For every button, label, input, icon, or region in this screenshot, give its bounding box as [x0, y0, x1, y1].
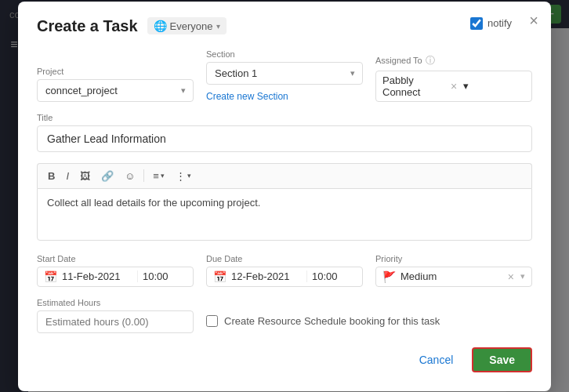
priority-selector[interactable]: 🚩 Medium × ▾ [375, 267, 532, 287]
description-textarea[interactable]: Collect all lead details for the upcomin… [37, 188, 532, 241]
italic-button[interactable]: I [62, 169, 73, 183]
rich-editor: B I 🖼 🔗 ☺ ≡ ▾ ⋮ ▾ Collect all lead detai… [37, 163, 532, 243]
due-date-input[interactable]: 📅 [206, 267, 363, 287]
title-input[interactable] [37, 125, 532, 152]
due-date-group: Due Date 📅 [206, 254, 363, 287]
ordered-list-icon: ≡ [153, 170, 159, 182]
estimated-hours-input[interactable] [37, 310, 194, 333]
form-row-project: Project conncet_project Section Section … [37, 49, 532, 102]
info-icon: ⓘ [426, 54, 435, 67]
priority-group: Priority 🚩 Medium × ▾ [375, 254, 532, 287]
title-label: Title [37, 113, 532, 122]
due-date-label: Due Date [206, 254, 363, 263]
close-button[interactable]: × [529, 13, 538, 28]
unordered-list-chevron-icon: ▾ [187, 172, 191, 180]
resource-schedule-label: Create Resource Schedule booking for thi… [224, 315, 440, 327]
title-group: Title [37, 113, 532, 152]
section-select[interactable]: Section 1 [206, 62, 363, 85]
assigned-to-group: Assigned To ⓘ Pabbly Connect × ▾ [375, 54, 532, 102]
save-button[interactable]: Save [472, 347, 532, 372]
priority-flag-icon: 🚩 [382, 270, 396, 283]
start-date-label: Start Date [37, 254, 194, 263]
section-select-wrapper: Section 1 [206, 62, 363, 85]
create-section-link[interactable]: Create new Section [206, 91, 363, 102]
modal-footer: Cancel Save [37, 347, 532, 372]
unordered-list-button[interactable]: ⋮ ▾ [172, 169, 195, 183]
form-row-est: Estimated Hours Create Resource Schedule… [37, 298, 532, 333]
ordered-list-button[interactable]: ≡ ▾ [149, 169, 169, 183]
priority-value: Medium [400, 270, 502, 282]
estimated-hours-group: Estimated Hours [37, 298, 194, 333]
start-date-value[interactable] [62, 270, 132, 282]
calendar-icon-due: 📅 [213, 270, 227, 283]
priority-clear-button[interactable]: × [506, 270, 516, 283]
project-label: Project [37, 67, 194, 76]
modal-header: Create a Task 🌐 Everyone ▾ [37, 17, 532, 35]
start-time-value[interactable] [137, 270, 176, 282]
cancel-button[interactable]: Cancel [410, 349, 463, 371]
due-time-value[interactable] [306, 270, 346, 282]
assigned-to-clear-button[interactable]: × [449, 80, 458, 93]
project-group: Project conncet_project [37, 67, 194, 102]
toolbar-divider-1 [143, 169, 144, 182]
due-date-value[interactable] [231, 270, 302, 282]
bold-button[interactable]: B [44, 169, 59, 183]
ordered-list-chevron-icon: ▾ [161, 172, 165, 180]
rich-toolbar: B I 🖼 🔗 ☺ ≡ ▾ ⋮ ▾ [37, 163, 532, 188]
emoji-button[interactable]: ☺ [121, 169, 139, 183]
chevron-down-icon: ▾ [216, 22, 220, 31]
priority-label: Priority [375, 254, 532, 263]
assigned-to-chevron-icon: ▾ [463, 80, 525, 92]
section-label: Section [206, 49, 363, 59]
assigned-to-label: Assigned To ⓘ [375, 54, 532, 67]
unordered-list-icon: ⋮ [176, 170, 186, 182]
start-date-input[interactable]: 📅 [37, 267, 194, 287]
estimated-hours-label: Estimated Hours [37, 298, 194, 307]
visibility-label: Everyone [170, 20, 213, 32]
image-button[interactable]: 🖼 [76, 169, 94, 183]
section-group: Section Section 1 Create new Section [206, 49, 363, 102]
create-task-modal: Create a Task 🌐 Everyone ▾ notify × Proj… [18, 2, 551, 391]
assigned-to-value: Pabbly Connect [382, 74, 444, 98]
link-button[interactable]: 🔗 [97, 169, 118, 183]
globe-icon: 🌐 [154, 20, 167, 32]
resource-schedule-checkbox[interactable] [206, 315, 218, 327]
project-select-wrapper: conncet_project [37, 79, 194, 102]
assigned-to-selector[interactable]: Pabbly Connect × ▾ [375, 71, 532, 102]
project-select[interactable]: conncet_project [37, 79, 194, 102]
form-row-dates: Start Date 📅 Due Date 📅 Priority [37, 254, 532, 287]
modal-overlay: Create a Task 🌐 Everyone ▾ notify × Proj… [0, 0, 569, 392]
resource-schedule-row: Create Resource Schedule booking for thi… [206, 315, 532, 327]
notify-label: notify [487, 17, 512, 29]
visibility-selector[interactable]: 🌐 Everyone ▾ [147, 17, 227, 34]
notify-checkbox[interactable] [470, 17, 483, 30]
modal-title: Create a Task [37, 17, 138, 35]
start-date-group: Start Date 📅 [37, 254, 194, 287]
notify-area: notify [470, 17, 512, 30]
calendar-icon-start: 📅 [44, 270, 57, 283]
priority-chevron-icon: ▾ [520, 271, 525, 281]
